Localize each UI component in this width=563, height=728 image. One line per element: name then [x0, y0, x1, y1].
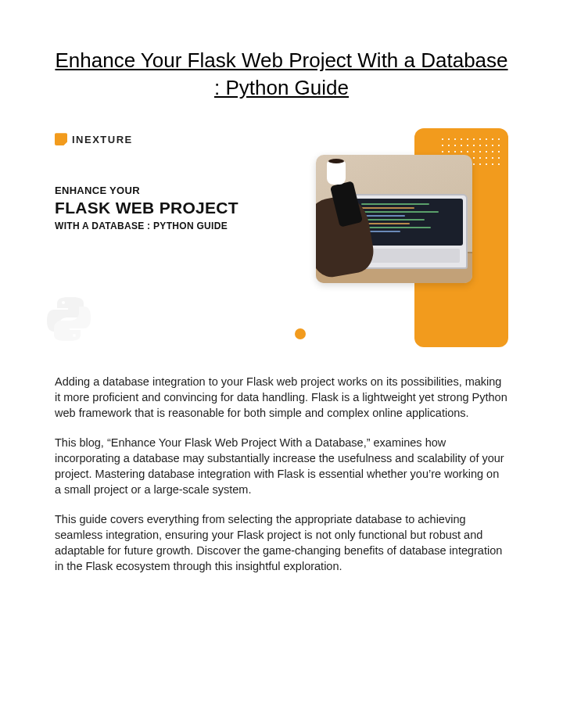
brand-logo: INEXTURE [55, 133, 291, 145]
hero-photo [316, 155, 472, 283]
hero-heading: ENHANCE YOUR FLASK WEB PROJECT WITH A DA… [55, 185, 291, 231]
hero-left-panel: INEXTURE ENHANCE YOUR FLASK WEB PROJECT … [55, 128, 291, 347]
paragraph: This blog, “Enhance Your Flask Web Proje… [55, 435, 508, 497]
hero-right-panel [299, 128, 508, 347]
hero-line-3: WITH A DATABASE : PYTHON GUIDE [55, 221, 291, 231]
hero-banner: INEXTURE ENHANCE YOUR FLASK WEB PROJECT … [55, 128, 508, 347]
paragraph: Adding a database integration to your Fl… [55, 374, 508, 421]
hero-line-2: FLASK WEB PROJECT [55, 199, 291, 217]
brand-icon [55, 133, 67, 145]
photo-coffee [327, 161, 346, 185]
python-icon [44, 294, 94, 344]
paragraph: This guide covers everything from select… [55, 511, 508, 574]
brand-text: INEXTURE [72, 134, 133, 145]
article-body: Adding a database integration to your Fl… [55, 374, 508, 574]
accent-dot-icon [295, 328, 306, 339]
code-lines-icon [361, 203, 458, 235]
page-title: Enhance Your Flask Web Project With a Da… [55, 47, 508, 102]
hero-line-1: ENHANCE YOUR [55, 185, 291, 196]
